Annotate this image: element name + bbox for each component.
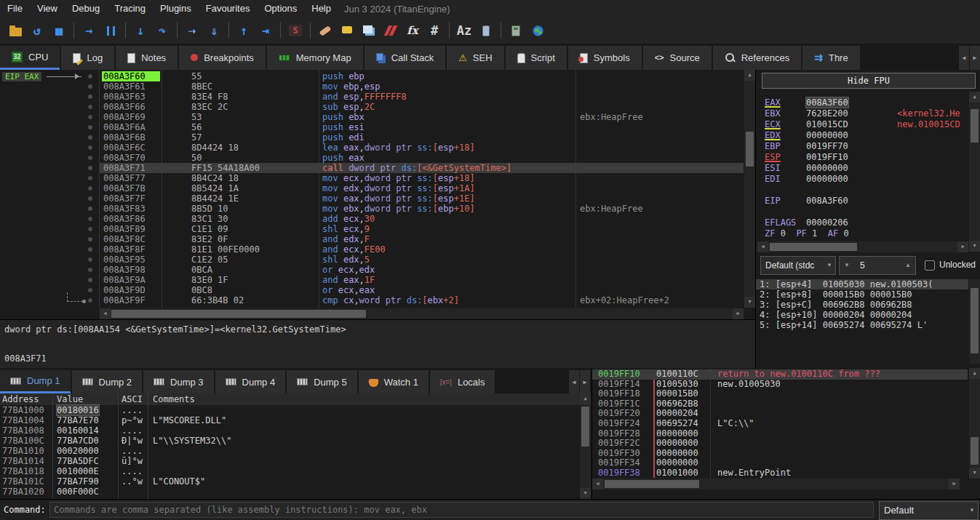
labels-icon[interactable] (358, 20, 380, 41)
register-row-ebp[interactable]: EBP0019FF70 (765, 141, 968, 152)
tab-scroll-right-button[interactable]: ▶ (970, 46, 980, 70)
menu-file[interactable]: File (0, 0, 30, 17)
menu-view[interactable]: View (30, 0, 65, 17)
register-row-edx[interactable]: EDX00000000 (765, 130, 968, 141)
register-row-ecx[interactable]: ECX010015CDnew.010015CD (765, 119, 968, 130)
menu-tracing[interactable]: Tracing (107, 0, 153, 17)
dump-row[interactable]: 77BA101C77BA7F90..°wL"CONOUT$" (0, 476, 580, 487)
stack-trace-icon[interactable]: # (423, 20, 445, 41)
dump-row[interactable]: 77BA101477BA5DFCü]°w (0, 456, 580, 466)
hide-fpu-button[interactable]: Hide FPU (762, 73, 976, 89)
scroll-thumb[interactable] (971, 109, 979, 143)
argument-row[interactable]: 4: [esp+10] 00000204 00000204 (756, 310, 968, 320)
arguments-vertical-scrollbar[interactable] (969, 279, 980, 364)
dump-column-header[interactable]: Comments (153, 394, 195, 404)
dump-row[interactable]: 77BA10180010000E.... (0, 466, 580, 476)
step-into-icon[interactable]: ↓ (130, 20, 151, 41)
disasm-row[interactable]: 008A3F6C8D4424 18lea eax,dword ptr ss:[e… (0, 143, 744, 153)
scroll-left-button[interactable]: ◀ (592, 479, 603, 489)
scroll-down-button[interactable]: ▼ (969, 241, 980, 252)
dump-row[interactable]: 77BA100800160014.... (0, 425, 580, 436)
disasm-row[interactable]: 008A3F9D0BC8or ecx,eax (0, 285, 744, 295)
stack-row[interactable]: 0019FF3400000000 (592, 458, 968, 468)
calling-convention-select[interactable]: Default (stdc ▼ (760, 256, 836, 275)
tab-call-stack[interactable]: Call Stack (364, 46, 446, 70)
stack-row[interactable]: 0019FF2400695274L"C:\\" (592, 419, 968, 429)
register-row-eip[interactable]: EIP008A3F60 (765, 196, 968, 207)
stack-row[interactable]: 0019FF100100110Creturn to new.0100110C f… (592, 369, 968, 380)
argument-row[interactable]: 2: [esp+8] 000015B0 000015B0 (756, 289, 968, 300)
breakpoint-dot[interactable] (88, 278, 92, 282)
menu-favourites[interactable]: Favourites (199, 0, 258, 17)
register-row-ebx[interactable]: EBX7628E200<kernel32.He (765, 108, 968, 119)
disasm-row[interactable]: 008A3F9F66:3B4B 02cmp cx,word ptr ds:[eb… (0, 295, 744, 305)
restart-icon[interactable]: ↺ (26, 20, 48, 41)
dump-row[interactable]: 77BA100000180016.... (0, 405, 580, 415)
scroll-left-button[interactable]: ◀ (100, 308, 111, 319)
dump-column-header[interactable]: Address (2, 394, 39, 404)
disasm-row[interactable]: 008A3F6A56push esi (0, 122, 744, 132)
disasm-row[interactable]: 008A3F6B57push edi (0, 132, 744, 143)
disasm-row[interactable]: 008A3F6953push ebxebx:HeapFree (0, 112, 744, 122)
disasm-row[interactable]: 008A3F8C83E2 0Fand edx,F (0, 234, 744, 244)
register-row-esp[interactable]: ESP0019FF10 (765, 152, 968, 163)
patch-icon[interactable] (314, 20, 336, 41)
tab-references[interactable]: References (713, 46, 801, 70)
scroll-left-button[interactable]: ◀ (757, 241, 768, 252)
breakpoint-dot[interactable] (88, 125, 92, 129)
tab-memory-map[interactable]: Memory Map (267, 46, 363, 70)
breakpoint-dot[interactable] (88, 227, 92, 231)
tab-watch-1[interactable]: Watch 1 (359, 370, 429, 393)
register-row-esi[interactable]: ESI00000000 (765, 163, 968, 174)
disasm-row[interactable]: 008A3F8683C1 30add ecx,30 (0, 214, 744, 224)
stack-row[interactable]: 0019FF2C00000000 (592, 439, 968, 449)
scroll-down-button[interactable]: ▼ (969, 468, 980, 479)
menu-options[interactable]: Options (257, 0, 304, 17)
tab-scroll-right-button[interactable]: ▶ (580, 370, 590, 393)
dump-row[interactable]: 77BA101000020000.... (0, 446, 580, 456)
tab-script[interactable]: Script (506, 46, 567, 70)
dump-vertical-scrollbar[interactable]: ▲ ▼ (580, 393, 591, 499)
command-input[interactable] (49, 502, 874, 518)
breakpoint-dot[interactable] (88, 105, 92, 109)
tab-dump-4[interactable]: Dump 4 (215, 370, 286, 393)
tab-scroll-left-button[interactable]: ◀ (569, 370, 579, 393)
trace-function-icon[interactable]: fx (402, 20, 423, 41)
breakpoint-dot[interactable] (88, 74, 92, 79)
disasm-row[interactable]: 008A3F6055push ebp (0, 71, 744, 81)
stack-row[interactable]: 0019FF1C006962B8 (592, 399, 968, 409)
scroll-down-button[interactable]: ▼ (744, 297, 755, 308)
stack-row[interactable]: 0019FF1401005030new.01005030 (592, 380, 968, 390)
breakpoint-dot[interactable] (88, 135, 92, 140)
breakpoint-dot[interactable] (88, 156, 92, 160)
registers-vertical-scrollbar[interactable]: ▲ ▼ (969, 92, 980, 252)
tab-source[interactable]: <>Source (643, 46, 712, 70)
breakpoint-dot[interactable] (88, 298, 92, 303)
animate-into-icon[interactable]: ⇢ (181, 20, 203, 41)
breakpoint-dot[interactable] (88, 95, 92, 99)
modules-icon[interactable] (475, 20, 497, 41)
disasm-row[interactable]: 008A3F618BECmov ebp,esp (0, 81, 744, 92)
scroll-thumb[interactable] (770, 243, 857, 251)
tab-locals[interactable]: |x=|Locals (430, 370, 495, 393)
preferences-font-icon[interactable]: Az (453, 20, 475, 41)
execute-till-return-icon[interactable]: ↑ (233, 20, 255, 41)
breakpoint-dot[interactable] (88, 217, 92, 221)
tab-scroll-left-button[interactable]: ◀ (959, 46, 969, 70)
menu-help[interactable]: Help (304, 0, 338, 17)
breakpoint-dot[interactable] (88, 196, 92, 201)
dump-column-header[interactable]: ASCI (121, 394, 143, 404)
scroll-down-button[interactable]: ▼ (580, 488, 591, 499)
breakpoint-dot[interactable] (88, 166, 92, 170)
favourite-tools-icon[interactable] (380, 20, 402, 41)
scroll-up-button[interactable]: ▲ (969, 92, 980, 103)
scroll-up-button[interactable]: ▲ (969, 368, 980, 379)
breakpoint-dot[interactable] (88, 247, 92, 252)
pause-icon[interactable] (100, 20, 121, 41)
stack-row[interactable]: 0019FF2000000204 (592, 409, 968, 419)
profile-select[interactable]: Default ▼ (879, 501, 979, 520)
disasm-horizontal-scrollbar[interactable]: ◀ ▶ (100, 308, 744, 319)
breakpoint-dot[interactable] (88, 145, 92, 150)
menu-debug[interactable]: Debug (65, 0, 107, 17)
register-row-edi[interactable]: EDI00000000 (765, 174, 968, 185)
